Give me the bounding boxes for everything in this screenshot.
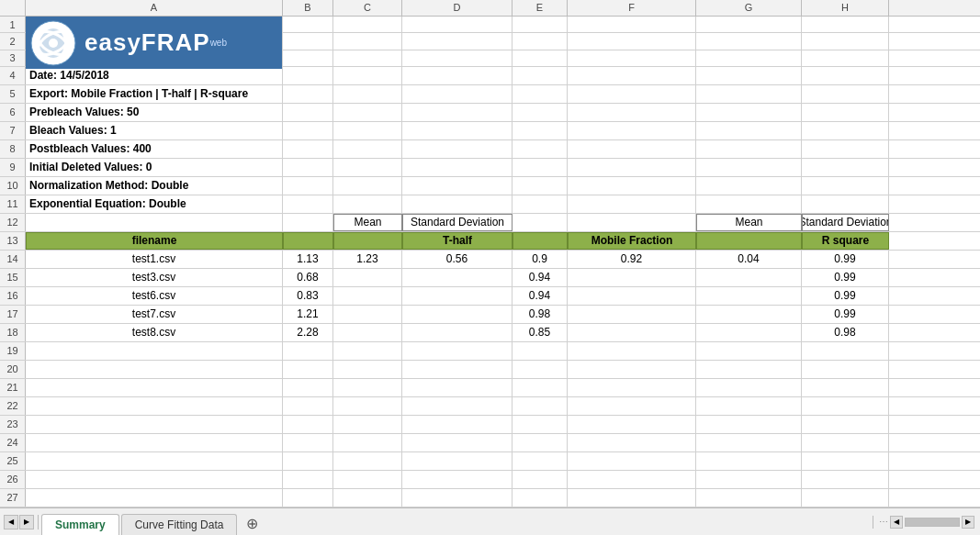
cell-3c	[333, 50, 402, 66]
rownum-4: 4	[0, 67, 26, 84]
rownum-20: 20	[0, 361, 26, 378]
cell-14h: 0.99	[802, 251, 889, 268]
row-16: 16 test6.csv 0.83 0.94 0.99	[0, 287, 980, 306]
cell-5g	[696, 85, 802, 103]
cell-11g	[696, 195, 802, 213]
cell-15a: test3.csv	[26, 269, 283, 286]
row-9: 9 Initial Deleted Values: 0	[0, 159, 980, 177]
cell-1e	[513, 17, 568, 32]
row-21: 21	[0, 379, 980, 397]
rownum-9: 9	[0, 159, 26, 176]
cell-3f	[568, 50, 696, 66]
col-header-e[interactable]: E	[513, 0, 568, 16]
cell-19c	[333, 342, 402, 360]
cell-12a	[26, 214, 283, 231]
cell-12c-mean1: Mean	[333, 214, 402, 231]
cell-16a: test6.csv	[26, 287, 283, 305]
rownum-23: 23	[0, 416, 26, 433]
row-23: 23	[0, 416, 980, 434]
cell-13b	[283, 232, 333, 250]
col-header-d[interactable]: D	[402, 0, 513, 16]
cell-13c	[333, 232, 402, 250]
rownum-1: 1	[0, 17, 26, 32]
rownum-19: 19	[0, 342, 26, 360]
cell-8h	[802, 140, 889, 158]
row-22: 22	[0, 397, 980, 416]
cell-16c	[333, 287, 402, 305]
cell-16h: 0.99	[802, 287, 889, 305]
scroll-left-button[interactable]: ◀	[4, 515, 18, 529]
cell-13d-thalf: T-half	[402, 232, 513, 250]
cell-1c	[333, 17, 402, 32]
cell-18b: 2.28	[283, 324, 333, 341]
hscroll-thumb[interactable]	[905, 518, 960, 527]
cell-1h	[802, 17, 889, 32]
cell-4e	[513, 67, 568, 84]
cell-14e: 0.9	[513, 251, 568, 268]
cell-12e	[513, 214, 568, 231]
cell-5b	[283, 85, 333, 103]
cell-13h-rsquare: R square	[802, 232, 889, 250]
cell-2b	[283, 33, 333, 49]
rownum-13: 13	[0, 232, 26, 250]
rownum-3: 3	[0, 50, 26, 66]
cell-16d	[402, 287, 513, 305]
cell-14g: 0.04	[696, 251, 802, 268]
col-header-g[interactable]: G	[696, 0, 802, 16]
cell-4h	[802, 67, 889, 84]
cell-8b	[283, 140, 333, 158]
tab-curve-fitting-data[interactable]: Curve Fitting Data	[121, 514, 238, 535]
col-header-a[interactable]: A	[26, 0, 283, 16]
row-10: 10 Normalization Method: Double	[0, 177, 980, 195]
cell-6c	[333, 104, 402, 121]
cell-18c	[333, 324, 402, 341]
cell-16b: 0.83	[283, 287, 333, 305]
rownum-10: 10	[0, 177, 26, 195]
col-header-f[interactable]: F	[568, 0, 696, 16]
cell-10b	[283, 177, 333, 195]
cell-10a: Normalization Method: Double	[26, 177, 283, 195]
row-25: 25	[0, 452, 980, 471]
tab-summary[interactable]: Summary	[41, 514, 119, 535]
sheet-scroll-controls[interactable]: ◀ ▶	[0, 515, 39, 529]
scroll-right-button[interactable]: ▶	[19, 515, 34, 529]
rownum-6: 6	[0, 104, 26, 121]
cell-11e	[513, 195, 568, 213]
col-header-c[interactable]: C	[333, 0, 402, 16]
hscroll-right[interactable]: ▶	[962, 516, 974, 529]
col-header-b[interactable]: B	[283, 0, 333, 16]
row-8: 8 Postbleach Values: 400	[0, 140, 980, 159]
cell-2h	[802, 33, 889, 49]
row-20: 20	[0, 361, 980, 379]
cell-6b	[283, 104, 333, 121]
cell-5a: Export: Mobile Fraction | T-half | R-squ…	[26, 85, 283, 103]
logo-cell: easyFRAPweb	[26, 17, 283, 69]
row-11: 11 Exponential Equation: Double	[0, 195, 980, 214]
cell-10c	[333, 177, 402, 195]
rownum-16: 16	[0, 287, 26, 305]
logo-icon	[29, 19, 84, 67]
row-1: 1 easyFRAPweb	[0, 17, 980, 33]
cell-7d	[402, 122, 513, 139]
cell-4c	[333, 67, 402, 84]
cell-3d	[402, 50, 513, 66]
cell-6h	[802, 104, 889, 121]
cell-14f: 0.92	[568, 251, 696, 268]
cell-7c	[333, 122, 402, 139]
cell-9h	[802, 159, 889, 176]
cell-1d	[402, 17, 513, 32]
cell-8e	[513, 140, 568, 158]
rownum-24: 24	[0, 434, 26, 451]
cell-12f	[568, 214, 696, 231]
col-header-h[interactable]: H	[802, 0, 889, 16]
cell-8f	[568, 140, 696, 158]
add-sheet-button[interactable]: ⊕	[239, 512, 265, 535]
hscroll-left[interactable]: ◀	[890, 516, 903, 529]
cell-18f	[568, 324, 696, 341]
cell-1f	[568, 17, 696, 32]
rownum-21: 21	[0, 379, 26, 396]
rownum-27: 27	[0, 489, 26, 507]
cell-3h	[802, 50, 889, 66]
rownum-8: 8	[0, 140, 26, 158]
cell-6f	[568, 104, 696, 121]
